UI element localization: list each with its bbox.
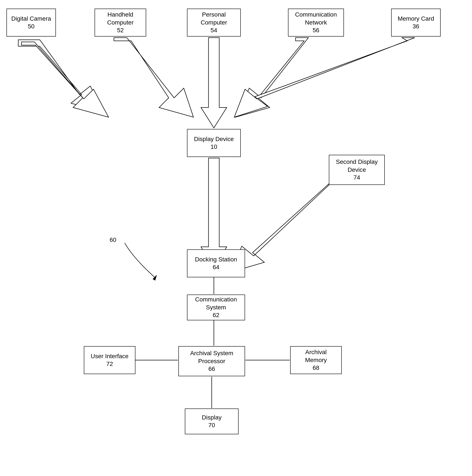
archival-system-processor-node: Archival SystemProcessor 66 — [178, 346, 245, 376]
memory-card-label: Memory Card — [398, 15, 434, 23]
display-70-node: Display 70 — [185, 408, 238, 434]
personal-computer-node: PersonalComputer 54 — [187, 9, 241, 36]
digital-camera-node: Digital Camera 50 — [6, 9, 56, 36]
svg-marker-5 — [234, 38, 415, 117]
memory-card-node: Memory Card 36 — [391, 9, 441, 36]
svg-marker-2 — [114, 38, 193, 117]
second-display-device-node: Second DisplayDevice 74 — [329, 155, 385, 185]
second-display-device-num: 74 — [353, 174, 360, 181]
second-display-device-label: Second DisplayDevice — [336, 158, 378, 174]
svg-marker-0 — [18, 40, 103, 112]
docking-station-label: Docking Station — [195, 256, 237, 263]
display-device-label: Display Device — [194, 135, 234, 143]
archival-memory-node: Archival Memory 68 — [290, 346, 342, 374]
docking-station-node: Docking Station 64 — [187, 249, 245, 277]
communication-network-num: 56 — [313, 26, 319, 34]
user-interface-label: User Interface — [91, 352, 129, 360]
communication-network-label: CommunicationNetwork — [295, 11, 337, 26]
communication-network-node: CommunicationNetwork 56 — [288, 9, 344, 36]
display-70-label: Display — [202, 414, 222, 421]
personal-computer-label: PersonalComputer — [201, 11, 227, 26]
memory-card-num: 36 — [412, 23, 419, 30]
archival-system-processor-num: 66 — [208, 365, 215, 373]
communication-system-node: CommunicationSystem 62 — [187, 295, 245, 320]
handheld-computer-label: HandheldComputer — [107, 11, 134, 26]
svg-marker-4 — [235, 38, 308, 117]
personal-computer-num: 54 — [210, 26, 217, 34]
display-device-node: Display Device 10 — [187, 129, 241, 157]
svg-marker-7 — [231, 171, 344, 272]
handheld-computer-num: 52 — [117, 26, 124, 34]
svg-marker-1 — [21, 42, 109, 117]
display-device-num: 10 — [210, 143, 217, 151]
handheld-computer-node: HandheldComputer 52 — [95, 9, 146, 36]
svg-marker-3 — [201, 38, 227, 128]
digital-camera-label: Digital Camera — [11, 15, 51, 23]
svg-marker-13 — [152, 275, 157, 281]
communication-system-num: 62 — [213, 311, 219, 319]
communication-system-label: CommunicationSystem — [195, 296, 237, 311]
display-70-num: 70 — [208, 421, 215, 429]
archival-memory-num: 68 — [313, 364, 319, 372]
archival-system-processor-label: Archival SystemProcessor — [190, 349, 234, 365]
digital-camera-num: 50 — [28, 23, 34, 30]
archival-memory-label: Archival Memory — [294, 348, 338, 364]
docking-station-num: 64 — [213, 263, 219, 271]
user-interface-node: User Interface 72 — [84, 346, 135, 374]
label-60: 60 — [110, 237, 116, 243]
user-interface-num: 72 — [106, 360, 113, 368]
